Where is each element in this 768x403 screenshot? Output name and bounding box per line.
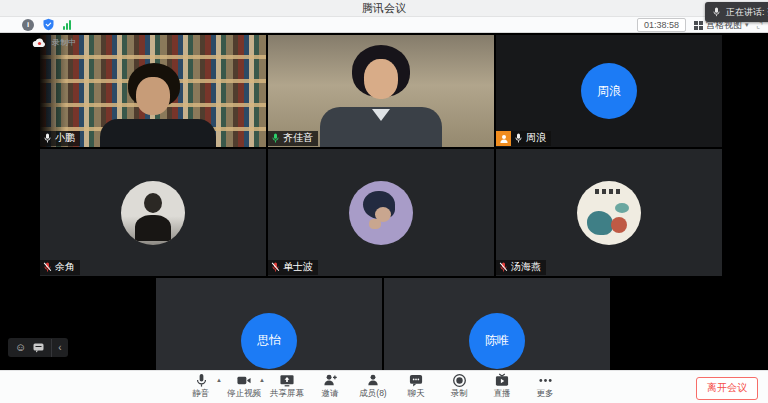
speaking-label: 正在讲话: 齐	[726, 6, 768, 19]
participant-name: 齐佳音	[283, 132, 313, 144]
toolbar-buttons: 静音 ▲ 停止视频 ▲ 共享屏幕	[183, 373, 563, 398]
avatar-image	[121, 181, 185, 245]
record-label: 录制	[451, 388, 468, 398]
cloud-recording-indicator: 录制中	[32, 37, 76, 48]
mute-button[interactable]: 静音 ▲	[183, 373, 219, 398]
camera-icon	[236, 373, 252, 388]
stop-video-button[interactable]: 停止视频 ▲	[226, 373, 262, 398]
mute-label: 静音	[193, 388, 210, 398]
chat-bubble-icon	[408, 373, 424, 388]
participant-name: 单士波	[283, 261, 313, 273]
video-tile-zhoulang[interactable]: 周浪 周浪	[496, 35, 722, 147]
chat-button[interactable]: 聊天	[398, 373, 434, 398]
recording-label: 录制中	[52, 37, 76, 48]
avatar: 周浪	[581, 63, 637, 119]
live-stream-button[interactable]: 直播	[484, 373, 520, 398]
collapse-chevron-icon[interactable]: ‹	[51, 339, 67, 357]
video-tile-shanshibo[interactable]: 单士波	[268, 149, 494, 276]
participant-name: 汤海燕	[511, 261, 541, 273]
meeting-timer: 01:38:58	[637, 18, 686, 32]
mic-muted-icon	[271, 261, 280, 273]
video-tile-qijiayin[interactable]: 齐佳音	[268, 35, 494, 147]
participant-name-label: 单士波	[268, 260, 318, 275]
hand-raised-badge	[496, 131, 511, 146]
grid-view-icon	[694, 21, 703, 30]
more-button[interactable]: 更多	[527, 373, 563, 398]
video-grid: 录制中 小鹏 齐佳音	[0, 33, 768, 370]
video-tile-yujiao[interactable]: 余角	[40, 149, 266, 276]
participant-name: 周浪	[526, 132, 546, 144]
chevron-down-icon: ▾	[745, 21, 749, 29]
stop-video-label: 停止视频	[227, 388, 261, 398]
meeting-status-strip: i 01:38:58 宫格视图 ▾ ⌞⌝	[0, 17, 768, 33]
participant-name: 余角	[55, 261, 75, 273]
mic-speaking-icon	[271, 132, 280, 144]
meeting-toolbar: 静音 ▲ 停止视频 ▲ 共享屏幕	[0, 370, 768, 403]
participant-name-label: 余角	[40, 260, 80, 275]
security-shield-icon[interactable]	[42, 18, 55, 31]
mic-muted-icon	[43, 261, 52, 273]
window-titlebar: 腾讯会议	[0, 0, 768, 17]
members-label: 成员(8)	[359, 388, 386, 398]
avatar-image	[349, 181, 413, 245]
participant-name-label: 齐佳音	[268, 131, 318, 146]
share-screen-button[interactable]: 共享屏幕	[269, 373, 305, 398]
members-icon	[365, 373, 381, 388]
live-stream-icon	[494, 373, 510, 388]
participant-name-label: 小鹏	[40, 131, 80, 146]
person-icon	[499, 134, 509, 144]
participant-name: 小鹏	[55, 132, 75, 144]
avatar-name: 思怡	[257, 332, 281, 349]
video-tile-xiaopeng[interactable]: 小鹏	[40, 35, 266, 147]
avatar-image	[577, 181, 641, 245]
mute-submenu-caret[interactable]: ▲	[216, 377, 222, 383]
avatar-name: 周浪	[597, 83, 621, 100]
window-title: 腾讯会议	[362, 1, 406, 16]
emoji-reaction-icon[interactable]: ☺	[15, 342, 26, 353]
cloud-icon	[32, 37, 47, 48]
chat-bubble-icon[interactable]	[33, 343, 44, 353]
avatar-name: 陈唯	[485, 332, 509, 349]
reaction-dock: ☺ ‹	[8, 338, 68, 357]
live-stream-label: 直播	[494, 388, 511, 398]
participant-name-label: 周浪	[511, 131, 551, 146]
video-tile-chenwei[interactable]: 陈唯	[384, 278, 610, 370]
mic-muted-icon	[499, 261, 508, 273]
invite-button[interactable]: 邀请	[312, 373, 348, 398]
tencent-meeting-window: { "window": { "title": "腾讯会议" }, "status…	[0, 0, 768, 403]
share-screen-label: 共享屏幕	[270, 388, 304, 398]
chat-label: 聊天	[408, 388, 425, 398]
mic-on-icon	[43, 132, 52, 144]
microphone-icon	[194, 373, 209, 388]
leave-meeting-button[interactable]: 离开会议	[696, 377, 758, 400]
more-dots-icon	[538, 373, 553, 388]
invite-label: 邀请	[322, 388, 339, 398]
microphone-icon	[712, 6, 721, 18]
mic-on-icon	[514, 132, 523, 144]
avatar: 思怡	[241, 313, 297, 369]
status-icons: i	[22, 18, 71, 31]
speaking-indicator-tooltip: 正在讲话: 齐	[705, 2, 768, 22]
network-signal-icon[interactable]	[63, 20, 71, 30]
video-tile-tanghaiyan[interactable]: 汤海燕	[496, 149, 722, 276]
participant-name-label: 汤海燕	[496, 260, 546, 275]
avatar: 陈唯	[469, 313, 525, 369]
record-button[interactable]: 录制	[441, 373, 477, 398]
video-submenu-caret[interactable]: ▲	[259, 377, 265, 383]
record-icon	[452, 373, 467, 388]
invite-person-icon	[322, 373, 338, 388]
more-label: 更多	[537, 388, 554, 398]
meeting-info-icon[interactable]: i	[22, 19, 34, 31]
share-screen-icon	[279, 373, 295, 388]
video-tile-siyi[interactable]: 思怡	[156, 278, 382, 370]
members-button[interactable]: 成员(8)	[355, 373, 391, 398]
